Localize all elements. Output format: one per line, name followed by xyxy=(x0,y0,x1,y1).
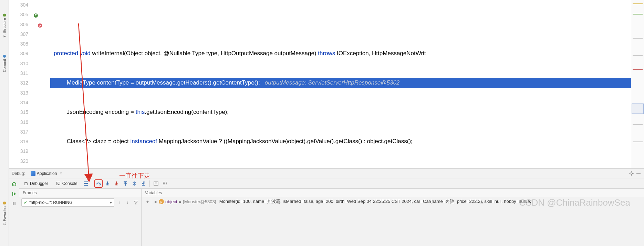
threads-button[interactable] xyxy=(82,179,90,188)
frames-header: Frames xyxy=(19,189,141,197)
resume-button[interactable] xyxy=(10,190,18,198)
debug-label: Debug: xyxy=(12,171,25,176)
thread-select[interactable]: ✓ "http-nio-...": RUNNING ▾ xyxy=(21,198,114,207)
breakpoint-icon[interactable] xyxy=(37,22,43,27)
favorites-tab[interactable]: 2: Favorites xyxy=(2,198,7,229)
step-into-button[interactable] xyxy=(103,179,112,188)
step-over-button[interactable] xyxy=(94,179,103,188)
variables-pane: Variables + ▶ p object = {Monster@5303} … xyxy=(142,189,644,246)
structure-tab-label: 7: Structure xyxy=(2,18,7,38)
thread-label: "http-nio-...": RUNNING xyxy=(29,200,72,205)
line-number: 306 xyxy=(20,22,28,27)
svg-rect-7 xyxy=(24,183,28,185)
tab-console-label: Console xyxy=(62,181,77,186)
left-tool-strip: 7: Structure Commit 2: Favorites xyxy=(0,0,9,246)
close-icon[interactable]: × xyxy=(58,171,63,176)
line-number: 309 xyxy=(20,51,28,56)
svg-rect-11 xyxy=(124,181,127,182)
gear-icon[interactable] xyxy=(629,171,634,176)
force-step-into-button[interactable] xyxy=(112,179,121,188)
code-line: ObjectMapper objectMapper = this.selectO… xyxy=(50,166,631,168)
code-line: protected void writeInternal(Object obje… xyxy=(50,49,631,58)
drop-frame-button[interactable] xyxy=(130,179,138,188)
evaluate-button[interactable] xyxy=(152,179,160,188)
prev-frame-button[interactable]: ↑ xyxy=(116,199,123,206)
line-number: 314 xyxy=(20,100,28,105)
line-number: 313 xyxy=(20,90,28,96)
commit-tab[interactable]: Commit xyxy=(2,51,7,76)
line-number: 317 xyxy=(20,129,28,135)
minimap[interactable] xyxy=(631,0,644,168)
debug-toolbar: Debugger Console I xyxy=(19,178,644,189)
svg-rect-4 xyxy=(12,192,13,196)
commit-icon xyxy=(3,55,6,58)
variable-name: object xyxy=(165,199,177,204)
code-line: JsonEncoding encoding = this.getJsonEnco… xyxy=(50,107,631,117)
code-line-current: MediaType contentType = outputMessage.ge… xyxy=(50,78,631,88)
line-number: 319 xyxy=(20,148,28,154)
svg-rect-5 xyxy=(13,202,13,205)
variable-type: {Monster@5303} xyxy=(183,199,216,204)
line-number: 308 xyxy=(20,41,28,47)
line-number: 305 xyxy=(20,12,28,17)
code-pane[interactable]: protected void writeInternal(Object obje… xyxy=(50,0,631,168)
tab-console[interactable]: Console xyxy=(52,180,81,187)
variables-header: Variables xyxy=(142,189,644,197)
gutter[interactable]: 304 305 306 307 308 309 310 311 312 313 … xyxy=(9,0,50,168)
line-number: 311 xyxy=(20,70,28,76)
step-out-button[interactable] xyxy=(121,179,129,188)
chevron-down-icon: ▾ xyxy=(110,200,112,205)
expand-icon[interactable]: ▶ xyxy=(155,200,157,204)
filter-button[interactable] xyxy=(132,199,139,206)
structure-tab[interactable]: 7: Structure xyxy=(2,10,7,41)
trace-button[interactable] xyxy=(161,179,169,188)
line-number: 304 xyxy=(20,2,28,8)
separator xyxy=(92,180,92,187)
run-to-cursor-button[interactable]: I xyxy=(139,179,147,188)
debug-panel: Debug: Application × — xyxy=(9,168,644,246)
svg-rect-6 xyxy=(15,202,15,205)
parameter-badge-icon: p xyxy=(159,199,164,204)
line-number: 307 xyxy=(20,31,28,37)
editor-area: 304 305 306 307 308 309 310 311 312 313 … xyxy=(9,0,644,168)
add-watch-button[interactable]: + xyxy=(144,198,151,205)
console-icon xyxy=(56,181,61,186)
separator xyxy=(149,180,150,187)
svg-text:I: I xyxy=(144,181,145,183)
tab-debugger-label: Debugger xyxy=(30,181,48,186)
tab-debugger[interactable]: Debugger xyxy=(20,180,52,187)
line-number: 310 xyxy=(20,61,28,66)
line-number: 315 xyxy=(20,109,28,115)
frames-pane: Frames ✓ "http-nio-...": RUNNING ▾ ↑ ↓ xyxy=(19,189,142,246)
debug-side-toolbar xyxy=(9,178,19,246)
favorites-tab-label: 2: Favorites xyxy=(2,206,7,225)
code-line xyxy=(50,20,631,29)
application-icon xyxy=(31,171,35,176)
next-frame-button[interactable]: ↓ xyxy=(124,199,131,206)
run-config-label: Application xyxy=(37,171,57,176)
svg-rect-13 xyxy=(154,182,158,185)
annotation-label: 一直往下走 xyxy=(119,171,150,180)
variable-row[interactable]: + ▶ p object = {Monster@5303} "Monster(i… xyxy=(142,197,644,206)
inline-debug-hint: outputMessage: ServletServerHttpResponse… xyxy=(265,79,399,86)
code-line: Class<?> clazz = object instanceof Mappi… xyxy=(50,137,631,146)
svg-rect-9 xyxy=(106,186,109,186)
svg-point-3 xyxy=(631,173,633,175)
pause-button[interactable] xyxy=(10,200,18,207)
debug-body: Frames ✓ "http-nio-...": RUNNING ▾ ↑ ↓ xyxy=(19,189,644,246)
variable-value: "Monster(id=100, name=奔波霸, isMarried=fal… xyxy=(218,198,531,205)
commit-tab-label: Commit xyxy=(2,59,7,72)
hide-icon[interactable]: — xyxy=(636,171,642,176)
override-icon[interactable] xyxy=(33,12,39,17)
structure-icon xyxy=(3,14,6,17)
debug-header: Debug: Application × — xyxy=(9,169,644,178)
frames-controls: ✓ "http-nio-...": RUNNING ▾ ↑ ↓ xyxy=(19,197,141,208)
run-config[interactable]: Application × xyxy=(29,170,66,177)
check-icon: ✓ xyxy=(24,200,27,205)
line-number: 318 xyxy=(20,139,28,144)
rerun-button[interactable] xyxy=(10,180,18,188)
debugger-icon xyxy=(23,181,28,186)
line-number: 320 xyxy=(20,158,28,164)
line-number: 316 xyxy=(20,119,28,125)
line-number: 312 xyxy=(20,80,28,86)
